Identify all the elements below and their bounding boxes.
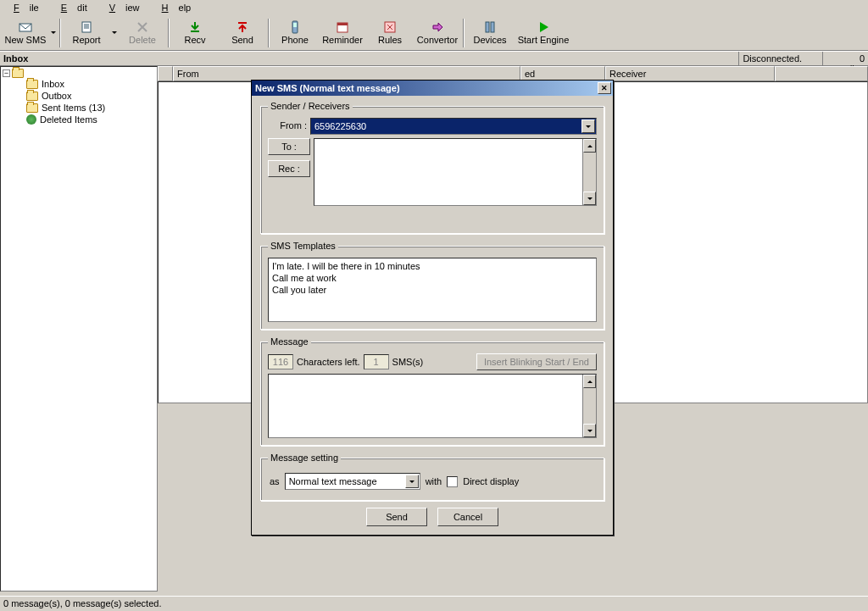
message-setting-group: Message setting as Normal text message w… xyxy=(260,453,604,501)
rules-icon xyxy=(383,20,397,34)
scroll-down-icon[interactable] xyxy=(583,192,596,205)
toolbar: New SMS Report Delete Recv Send Phone Re… xyxy=(0,15,868,51)
chars-left-value: 116 xyxy=(268,354,293,369)
template-item[interactable]: Call me at work xyxy=(270,272,594,284)
send-button[interactable]: Send xyxy=(366,508,427,526)
message-textarea[interactable] xyxy=(268,374,597,438)
chars-left-label: Characters left. xyxy=(297,357,360,367)
status-row: Inbox Disconnected. 0 pending message xyxy=(0,51,868,66)
phone-button[interactable]: Phone xyxy=(271,16,319,50)
menu-file[interactable]: File xyxy=(3,2,49,14)
folder-tree[interactable]: − Inbox Outbox Sent Items (13) Deleted I… xyxy=(0,66,158,592)
sms-count-value: 1 xyxy=(364,354,389,369)
status-bar: 0 message(s), 0 message(s) selected. xyxy=(0,596,868,611)
convertor-button[interactable]: Convertor xyxy=(414,16,461,50)
svg-rect-13 xyxy=(491,22,494,32)
menubar: File Edit View Help xyxy=(0,0,868,15)
scroll-up-icon[interactable] xyxy=(583,139,596,153)
new-sms-dialog: New SMS (Normal text message) ✕ Sender /… xyxy=(251,80,614,536)
templates-list[interactable]: I'm late. I will be there in 10 minutes … xyxy=(268,258,597,322)
grid-col-receiver[interactable]: Receiver xyxy=(605,66,775,81)
sender-receivers-group: Sender / Receivers From : 6596225630 To … xyxy=(260,101,604,234)
connection-status: Disconnected. xyxy=(739,52,823,65)
svg-rect-10 xyxy=(337,23,348,25)
mail-icon xyxy=(19,20,32,34)
sms-count-label: SMS(s) xyxy=(392,357,424,367)
devices-icon xyxy=(483,20,497,34)
folder-icon xyxy=(26,92,38,101)
recv-icon xyxy=(188,20,202,34)
scroll-down-icon[interactable] xyxy=(583,424,596,437)
to-button[interactable]: To : xyxy=(268,138,310,155)
play-icon xyxy=(537,20,550,34)
tree-item-inbox[interactable]: Inbox xyxy=(3,78,155,90)
insert-blinking-button[interactable]: Insert Blinking Start / End xyxy=(476,353,597,370)
svg-rect-12 xyxy=(486,22,489,32)
dialog-titlebar[interactable]: New SMS (Normal text message) ✕ xyxy=(252,81,613,96)
template-item[interactable]: Call you later xyxy=(270,284,594,296)
grid-col-blank xyxy=(775,66,868,81)
chevron-down-icon[interactable] xyxy=(581,119,595,133)
tree-item-sent[interactable]: Sent Items (13) xyxy=(3,102,155,114)
template-item[interactable]: I'm late. I will be there in 10 minutes xyxy=(270,260,594,272)
close-icon[interactable]: ✕ xyxy=(598,82,611,94)
report-button[interactable]: Report xyxy=(63,16,110,50)
recycle-icon xyxy=(26,114,36,125)
devices-button[interactable]: Devices xyxy=(466,16,514,50)
scroll-up-icon[interactable] xyxy=(583,375,596,388)
send-button[interactable]: Send xyxy=(219,16,266,50)
pending-status: 0 pending message xyxy=(823,52,868,65)
report-dropdown[interactable] xyxy=(110,16,119,50)
dialog-title: New SMS (Normal text message) xyxy=(253,83,598,93)
delete-button: Delete xyxy=(119,16,166,50)
tree-item-outbox[interactable]: Outbox xyxy=(3,90,155,102)
new-sms-button[interactable]: New SMS xyxy=(2,16,49,50)
report-icon xyxy=(80,20,93,34)
scrollbar[interactable] xyxy=(582,375,596,437)
folder-title: Inbox xyxy=(0,52,739,65)
svg-rect-1 xyxy=(82,22,91,32)
direct-display-checkbox[interactable] xyxy=(447,476,458,487)
svg-rect-8 xyxy=(293,23,297,27)
reminder-icon xyxy=(336,20,349,34)
phone-icon xyxy=(288,20,302,34)
from-select[interactable]: 6596225630 xyxy=(310,118,597,135)
reminder-button[interactable]: Reminder xyxy=(319,16,366,50)
message-group: Message 116 Characters left. 1 SMS(s) In… xyxy=(260,336,604,446)
convertor-icon xyxy=(431,20,444,34)
send-icon xyxy=(236,20,249,34)
tree-item-deleted[interactable]: Deleted Items xyxy=(3,114,155,125)
folder-icon xyxy=(26,80,38,89)
recv-button[interactable]: Recv xyxy=(171,16,219,50)
menu-view[interactable]: View xyxy=(99,2,150,14)
with-label: with xyxy=(426,476,442,486)
to-field[interactable] xyxy=(314,138,597,206)
cancel-button[interactable]: Cancel xyxy=(437,508,498,526)
start-engine-button[interactable]: Start Engine xyxy=(514,16,573,50)
menu-help[interactable]: Help xyxy=(152,2,202,14)
templates-group: SMS Templates I'm late. I will be there … xyxy=(260,241,604,330)
rules-button[interactable]: Rules xyxy=(366,16,414,50)
tree-collapse-icon[interactable]: − xyxy=(3,69,10,77)
from-label: From : xyxy=(268,118,310,131)
folder-icon xyxy=(12,69,24,78)
scrollbar[interactable] xyxy=(582,139,596,205)
new-sms-dropdown[interactable] xyxy=(49,16,58,50)
rec-button[interactable]: Rec : xyxy=(268,160,310,177)
menu-edit[interactable]: Edit xyxy=(51,2,97,14)
message-type-select[interactable]: Normal text message xyxy=(285,473,420,490)
folder-icon xyxy=(26,103,38,113)
chevron-down-icon[interactable] xyxy=(405,475,419,488)
delete-icon xyxy=(136,20,149,34)
grid-col-icon[interactable] xyxy=(158,66,173,81)
as-label: as xyxy=(270,476,280,486)
direct-display-label: Direct display xyxy=(463,476,519,486)
